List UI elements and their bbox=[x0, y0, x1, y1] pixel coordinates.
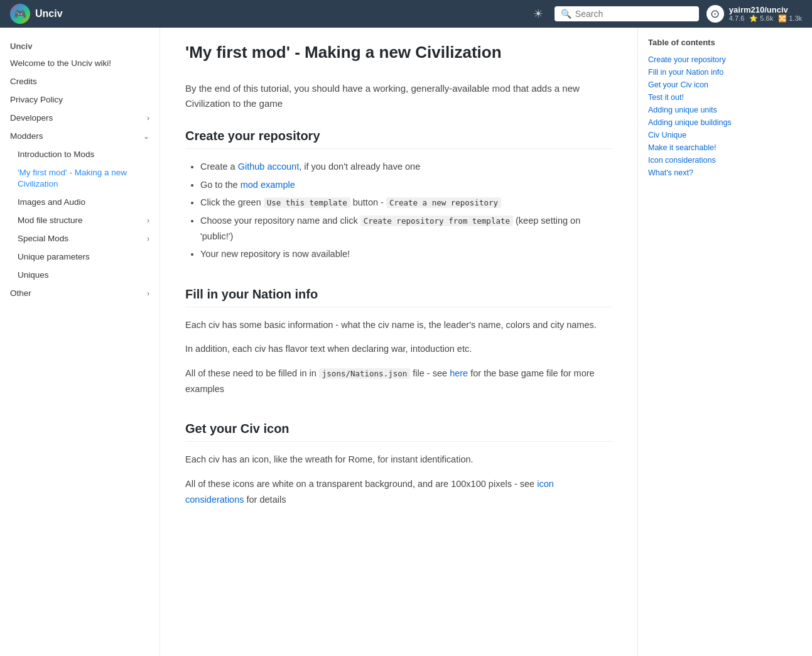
chevron-down-icon: ⌄ bbox=[143, 131, 149, 142]
sidebar-item-unique-params[interactable]: Unique parameters bbox=[0, 248, 160, 266]
toc-item-7[interactable]: Make it searchable! bbox=[648, 141, 766, 154]
github-account-link[interactable]: Github account bbox=[238, 161, 300, 172]
toc-item-3[interactable]: Test it out! bbox=[648, 91, 766, 104]
github-info[interactable]: ⊙ yairm210/unciv 4.7.6 ⭐ 5.6k 🔀 1.3k bbox=[706, 5, 802, 23]
stars-stat: ⭐ 5.6k bbox=[749, 14, 773, 23]
sidebar-item-images-audio[interactable]: Images and Audio bbox=[0, 194, 160, 212]
light-mode-button[interactable]: ☀ bbox=[529, 3, 547, 25]
icon-considerations-link[interactable]: icon considerations bbox=[185, 479, 554, 505]
use-template-code: Use this template bbox=[264, 197, 350, 208]
sidebar: Unciv Welcome to the Unciv wiki! Credits… bbox=[0, 28, 160, 656]
github-repo-name: yairm210/unciv bbox=[729, 5, 802, 14]
section-civ-icon: Get your Civ icon Each civ has an icon, … bbox=[185, 422, 612, 507]
civ-icon-para2: All of these icons are white on a transp… bbox=[185, 476, 612, 507]
list-item: Create a Github account, if you don't al… bbox=[200, 159, 612, 175]
list-item: Go to the mod example bbox=[200, 177, 612, 193]
list-item: Choose your repository name and click Cr… bbox=[200, 213, 612, 244]
bullet-list-create-repo: Create a Github account, if you don't al… bbox=[185, 159, 612, 262]
jsons-nations-code: jsons/Nations.json bbox=[319, 368, 410, 379]
toc-item-8[interactable]: Icon considerations bbox=[648, 154, 766, 167]
watchers-stat: 🔀 1.3k bbox=[778, 14, 802, 23]
sidebar-item-uniques[interactable]: Uniques bbox=[0, 266, 160, 285]
mod-example-link[interactable]: mod example bbox=[241, 180, 295, 190]
chevron-right-icon-2: › bbox=[147, 216, 149, 226]
list-item: Your new repository is now available! bbox=[200, 246, 612, 262]
toc-item-6[interactable]: Civ Unique bbox=[648, 129, 766, 141]
logo[interactable]: 🎮 Unciv bbox=[10, 4, 63, 24]
nation-info-para1: Each civ has some basic information - wh… bbox=[185, 317, 612, 333]
header: 🎮 Unciv ☀ 🔍 ⊙ yairm210/unciv 4.7.6 ⭐ 5.6… bbox=[0, 0, 812, 28]
intro-text: By the end of this tutorial, you should … bbox=[185, 81, 612, 111]
create-new-repo-code: Create a new repository bbox=[386, 197, 501, 208]
nation-info-para2: In addition, each civ has flavor text wh… bbox=[185, 341, 612, 357]
page-body: Unciv Welcome to the Unciv wiki! Credits… bbox=[0, 28, 812, 656]
sidebar-item-mod-file-structure[interactable]: Mod file structure › bbox=[0, 212, 160, 230]
sidebar-item-privacy[interactable]: Privacy Policy bbox=[0, 91, 160, 109]
toc-title: Table of contents bbox=[648, 38, 766, 47]
toc-panel: Table of contents Create your repository… bbox=[637, 28, 776, 656]
section-nation-info: Fill in your Nation info Each civ has so… bbox=[185, 287, 612, 397]
github-stats: yairm210/unciv 4.7.6 ⭐ 5.6k 🔀 1.3k bbox=[729, 5, 802, 23]
toc-item-2[interactable]: Get your Civ icon bbox=[648, 79, 766, 91]
toc-item-0[interactable]: Create your repository bbox=[648, 53, 766, 66]
toc-item-4[interactable]: Adding unique units bbox=[648, 104, 766, 116]
search-icon: 🔍 bbox=[561, 9, 571, 19]
sidebar-item-developers[interactable]: Developers › bbox=[0, 109, 160, 128]
create-from-template-code: Create repository from template bbox=[360, 216, 513, 226]
sidebar-item-special-mods[interactable]: Special Mods › bbox=[0, 230, 160, 248]
sidebar-item-credits[interactable]: Credits bbox=[0, 73, 160, 91]
civ-icon-para1: Each civ has an icon, like the wreath fo… bbox=[185, 452, 612, 467]
chevron-right-icon-3: › bbox=[147, 234, 149, 244]
sidebar-item-welcome[interactable]: Welcome to the Unciv wiki! bbox=[0, 55, 160, 73]
github-stats-row: 4.7.6 ⭐ 5.6k 🔀 1.3k bbox=[729, 14, 802, 23]
chevron-right-icon-4: › bbox=[147, 288, 149, 299]
nation-info-para3: All of these need to be filled in in jso… bbox=[185, 366, 612, 396]
sidebar-item-intro-mods[interactable]: Introduction to Mods bbox=[0, 146, 160, 164]
chevron-right-icon: › bbox=[147, 113, 149, 124]
section-heading-nation-info: Fill in your Nation info bbox=[185, 287, 612, 307]
section-heading-create-repo: Create your repository bbox=[185, 129, 612, 149]
github-icon: ⊙ bbox=[706, 5, 724, 23]
toc-item-9[interactable]: What's next? bbox=[648, 167, 766, 179]
sidebar-item-other[interactable]: Other › bbox=[0, 285, 160, 303]
sidebar-item-modders[interactable]: Modders ⌄ bbox=[0, 128, 160, 146]
sidebar-item-first-mod[interactable]: 'My first mod' - Making a new Civilizati… bbox=[0, 164, 160, 194]
section-create-repo: Create your repository Create a Github a… bbox=[185, 129, 612, 262]
logo-icon: 🎮 bbox=[10, 4, 30, 24]
here-link[interactable]: here bbox=[450, 368, 468, 378]
toc-item-1[interactable]: Fill in your Nation info bbox=[648, 66, 766, 79]
sidebar-root-label: Unciv bbox=[0, 38, 160, 55]
site-title: Unciv bbox=[35, 8, 63, 19]
forks-stat: 4.7.6 bbox=[729, 14, 744, 23]
page-title: 'My first mod' - Making a new Civilizati… bbox=[185, 43, 612, 68]
search-input[interactable] bbox=[575, 9, 693, 19]
toc-item-5[interactable]: Adding unique buildings bbox=[648, 116, 766, 129]
section-heading-civ-icon: Get your Civ icon bbox=[185, 422, 612, 442]
list-item: Click the green Use this template button… bbox=[200, 195, 612, 210]
main-content: 'My first mod' - Making a new Civilizati… bbox=[160, 28, 637, 656]
search-box: 🔍 bbox=[555, 6, 699, 21]
